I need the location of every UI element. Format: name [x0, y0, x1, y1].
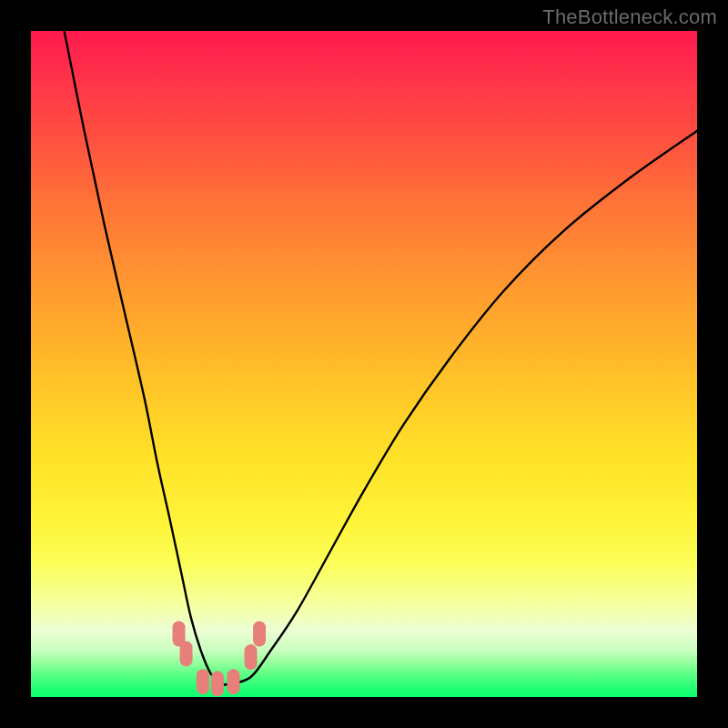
marker-bottom-1 — [197, 669, 209, 694]
curve-layer — [31, 31, 697, 697]
marker-bottom-3 — [228, 669, 240, 694]
marker-bottom-2 — [211, 671, 224, 696]
marker-right-upper — [253, 621, 266, 646]
marker-right-lower — [245, 644, 258, 670]
bottleneck-curve — [65, 31, 697, 685]
marker-left-lower — [180, 641, 193, 666]
plot-area — [31, 31, 697, 697]
chart-frame: TheBottleneck.com — [0, 0, 728, 728]
watermark-text: TheBottleneck.com — [542, 5, 717, 29]
